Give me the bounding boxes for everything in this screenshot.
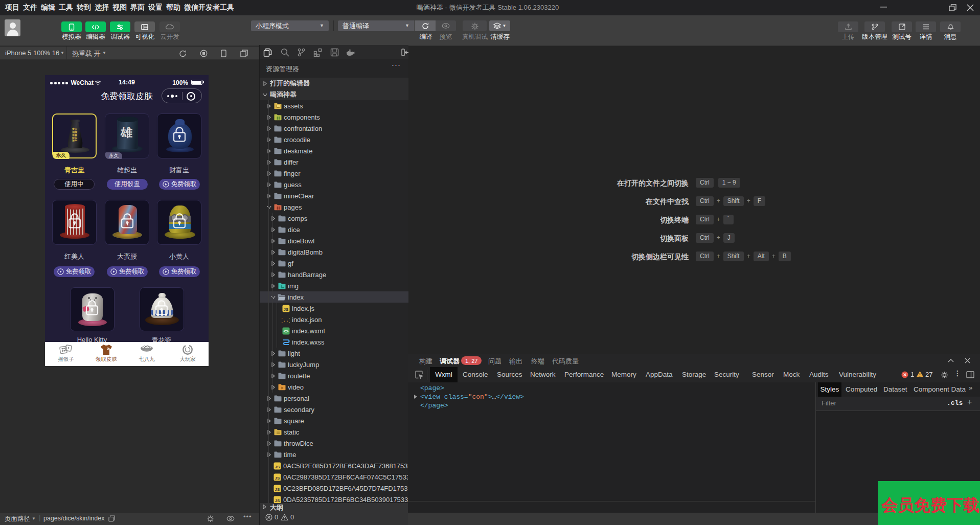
svg-text:JS: JS [275,475,280,480]
svg-text:{..}: {..} [282,317,290,323]
svg-text:JS: JS [275,487,280,491]
svg-text:JS: JS [275,464,280,469]
svg-text:<>: <> [283,329,288,334]
svg-text:JS: JS [275,498,280,503]
svg-text:JS: JS [283,307,288,311]
